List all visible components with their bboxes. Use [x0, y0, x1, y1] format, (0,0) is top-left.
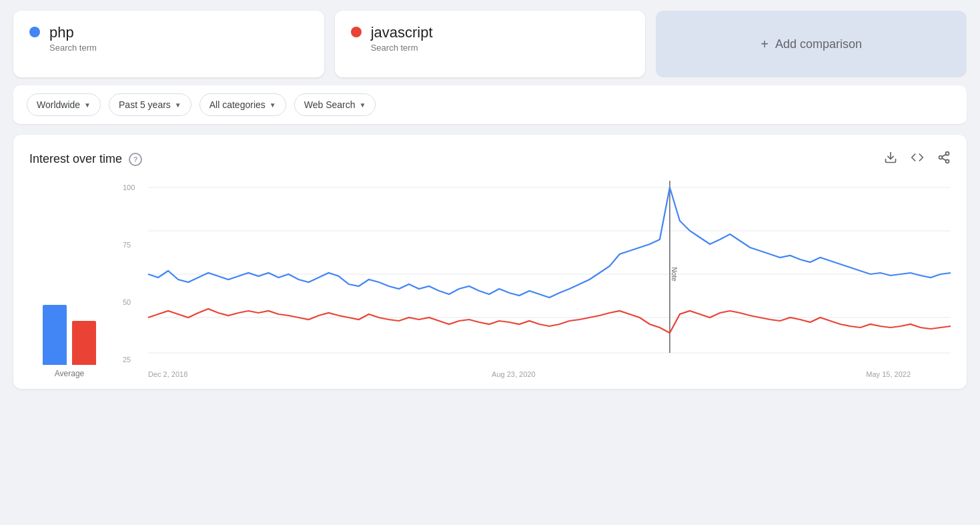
php-name: php: [49, 24, 97, 41]
chart-header: Interest over time ?: [29, 151, 951, 167]
php-trend-line: [148, 187, 951, 298]
javascript-dot: [351, 27, 362, 37]
top-section: php Search term javascript Search term +…: [0, 0, 980, 85]
filter-past5years[interactable]: Past 5 years ▼: [109, 93, 191, 116]
avg-label: Average: [55, 369, 84, 378]
filter-worldwide[interactable]: Worldwide ▼: [27, 93, 101, 116]
javascript-name: javascript: [371, 24, 433, 41]
chart-left: Average: [29, 285, 109, 378]
term-card-php[interactable]: php Search term: [13, 11, 324, 77]
chevron-down-icon: ▼: [359, 101, 366, 109]
filter-allcategories[interactable]: All categories ▼: [199, 93, 286, 116]
filters-section: Worldwide ▼ Past 5 years ▼ All categorie…: [13, 85, 967, 124]
embed-icon[interactable]: [911, 151, 924, 167]
x-label-may2022: May 15, 2022: [866, 370, 911, 378]
chevron-down-icon: ▼: [84, 101, 91, 109]
chart-body: Average 100 75 50 25: [29, 181, 951, 378]
filter-websearch[interactable]: Web Search ▼: [294, 93, 376, 116]
php-label: Search term: [49, 43, 97, 53]
php-dot: [29, 27, 40, 37]
svg-line-5: [942, 154, 946, 156]
avg-bar-php: [43, 305, 67, 365]
chevron-down-icon: ▼: [175, 101, 181, 109]
y-label-75: 75: [123, 241, 148, 249]
filter-worldwide-label: Worldwide: [37, 99, 80, 110]
add-comparison-label: Add comparison: [775, 37, 862, 51]
x-label-dec2018: Dec 2, 2018: [148, 370, 187, 378]
y-label-100: 100: [123, 183, 148, 191]
x-label-aug2020: Aug 23, 2020: [492, 370, 535, 378]
note-label: Note: [670, 267, 678, 282]
chart-main: 100 75 50 25 N: [123, 181, 951, 378]
avg-bar-javascript: [72, 321, 96, 365]
chart-actions: [884, 151, 951, 167]
chart-section: Interest over time ?: [13, 135, 967, 389]
php-info: php Search term: [49, 24, 97, 53]
javascript-info: javascript Search term: [371, 24, 433, 53]
help-icon[interactable]: ?: [129, 153, 142, 166]
share-icon[interactable]: [937, 151, 951, 167]
svg-line-4: [942, 158, 946, 160]
filter-allcategories-label: All categories: [209, 99, 266, 110]
chart-title-group: Interest over time ?: [29, 152, 142, 166]
y-label-25: 25: [123, 356, 148, 364]
chart-title: Interest over time: [29, 152, 122, 166]
term-card-javascript[interactable]: javascript Search term: [335, 11, 646, 77]
plus-icon: +: [761, 37, 769, 52]
javascript-trend-line: [148, 309, 951, 333]
trend-chart-svg: Note: [148, 181, 951, 368]
chevron-down-icon: ▼: [270, 101, 276, 109]
y-label-50: 50: [123, 298, 148, 306]
filter-websearch-label: Web Search: [304, 99, 356, 110]
add-comparison-card[interactable]: + Add comparison: [656, 11, 967, 77]
filter-past5years-label: Past 5 years: [119, 99, 171, 110]
javascript-label: Search term: [371, 43, 433, 53]
download-icon[interactable]: [884, 151, 897, 167]
avg-bars: [43, 285, 96, 365]
